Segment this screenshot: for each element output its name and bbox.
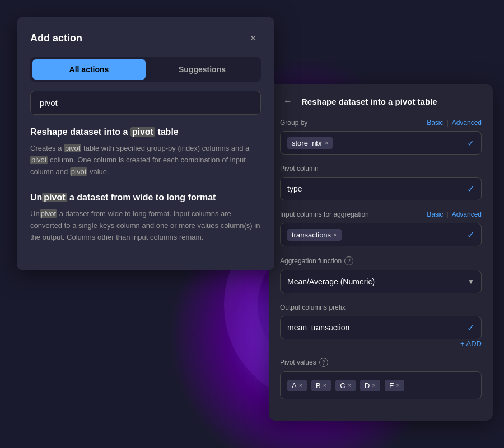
tag-value-d[interactable]: D × (360, 380, 380, 391)
result-desc-pivot: Creates a pivot table with specified gro… (30, 143, 261, 178)
basic-advanced-group-by: Basic | Advanced (427, 119, 482, 127)
tag-remove-e[interactable]: × (396, 382, 400, 389)
panel-header: ← Reshape dataset into a pivot table (280, 95, 482, 108)
pivot-column-value: type (287, 184, 467, 193)
add-btn-row: + ADD (280, 339, 482, 348)
tag-value-b[interactable]: B × (311, 380, 331, 391)
divider-group-by: | (447, 119, 449, 127)
tag-store-nbr[interactable]: store_nbr × (287, 137, 333, 149)
add-button[interactable]: + ADD (460, 339, 482, 348)
basic-advanced-input-columns: Basic | Advanced (427, 211, 482, 218)
label-row-aggregation: Aggregation function ? (280, 256, 482, 265)
tab-all-actions[interactable]: All actions (32, 59, 146, 80)
pivot-values-field[interactable]: A × B × C × D × E × (280, 371, 482, 399)
label-row-input-columns: Input columns for aggregation Basic | Ad… (280, 211, 482, 218)
tag-label-a: A (292, 381, 297, 390)
check-icon-input-columns: ✓ (467, 230, 474, 240)
check-icon-pivot-column: ✓ (467, 184, 474, 194)
label-group-by: Group by (280, 119, 307, 127)
label-row-output-prefix: Output columns prefix (280, 304, 482, 311)
pivot-column-field[interactable]: type ✓ (280, 177, 482, 200)
tab-suggestions[interactable]: Suggestions (146, 59, 259, 80)
close-button[interactable]: × (245, 30, 261, 46)
tag-remove-store-nbr[interactable]: × (325, 139, 328, 146)
reshape-panel: ← Reshape dataset into a pivot table Gro… (269, 84, 493, 421)
divider-input-columns: | (447, 211, 449, 218)
tag-label-c: C (340, 381, 345, 390)
advanced-link-group-by[interactable]: Advanced (452, 119, 482, 127)
tag-label-e: E (389, 381, 394, 390)
highlight-unpivot-2: pivot (40, 209, 57, 218)
tag-remove-d[interactable]: × (372, 382, 375, 389)
result-desc-unpivot: Unpivot a dataset from wide to long form… (30, 208, 261, 243)
section-pivot-values: Pivot values ? A × B × C × D × E (280, 358, 482, 399)
tag-label-transactions: transactions (292, 231, 331, 239)
highlight-unpivot-1: pivot (42, 193, 67, 202)
label-row-group-by: Group by Basic | Advanced (280, 119, 482, 127)
section-output-prefix: Output columns prefix mean_transaction ✓… (280, 304, 482, 348)
highlight-pivot-3: pivot (30, 156, 48, 164)
advanced-link-input-columns[interactable]: Advanced (452, 211, 482, 218)
tag-value-e[interactable]: E × (385, 380, 404, 391)
dropdown-arrow-aggregation: ▼ (468, 278, 474, 286)
group-by-field[interactable]: store_nbr × ✓ (280, 131, 482, 155)
tag-label-d: D (365, 381, 370, 390)
label-aggregation: Aggregation function (280, 257, 342, 265)
add-action-modal: Add action × All actions Suggestions Res… (17, 17, 274, 270)
label-pivot-column: Pivot column (280, 165, 319, 172)
tag-remove-b[interactable]: × (323, 382, 326, 389)
search-input[interactable] (30, 91, 261, 115)
modal-title: Add action (30, 32, 82, 44)
back-button[interactable]: ← (280, 95, 296, 108)
tag-value-c[interactable]: C × (335, 380, 356, 391)
check-icon-group-by: ✓ (467, 138, 474, 148)
info-icon-pivot-values[interactable]: ? (319, 358, 328, 367)
tag-transactions[interactable]: transactions × (287, 229, 342, 241)
section-group-by: Group by Basic | Advanced store_nbr × ✓ (280, 119, 482, 155)
section-aggregation-function: Aggregation function ? Mean/Average (Num… (280, 256, 482, 293)
section-pivot-column: Pivot column type ✓ (280, 165, 482, 200)
label-input-columns: Input columns for aggregation (280, 211, 369, 218)
tag-remove-c[interactable]: × (348, 382, 351, 389)
tag-label-b: B (316, 381, 321, 390)
label-output-prefix: Output columns prefix (280, 304, 346, 311)
section-input-columns: Input columns for aggregation Basic | Ad… (280, 211, 482, 246)
info-icon-aggregation[interactable]: ? (344, 256, 353, 265)
check-icon-output-prefix: ✓ (467, 323, 474, 333)
result-item-pivot[interactable]: Reshape dataset into a pivot table Creat… (30, 126, 261, 178)
tabs-container: All actions Suggestions (30, 57, 261, 82)
label-row-pivot-values: Pivot values ? (280, 358, 482, 367)
tag-value-a[interactable]: A × (287, 380, 307, 391)
output-prefix-field[interactable]: mean_transaction ✓ (280, 316, 482, 339)
aggregation-value: Mean/Average (Numeric) (287, 277, 468, 286)
basic-link-input-columns[interactable]: Basic (427, 211, 443, 218)
highlight-pivot-2: pivot (64, 144, 81, 152)
label-pivot-values: Pivot values (280, 358, 316, 366)
result-item-unpivot[interactable]: Unpivot a dataset from wide to long form… (30, 192, 261, 244)
input-columns-field[interactable]: transactions × ✓ (280, 223, 482, 246)
result-title-pivot: Reshape dataset into a pivot table (30, 126, 261, 138)
highlight-pivot-4: pivot (70, 167, 87, 176)
tag-remove-transactions[interactable]: × (333, 231, 337, 238)
panel-title: Reshape dataset into a pivot table (301, 97, 437, 106)
highlight-pivot-1: pivot (130, 127, 155, 137)
aggregation-select[interactable]: Mean/Average (Numeric) ▼ (280, 270, 482, 293)
result-title-unpivot: Unpivot a dataset from wide to long form… (30, 192, 261, 204)
modal-header: Add action × (30, 30, 261, 46)
basic-link-group-by[interactable]: Basic (427, 119, 443, 127)
tag-remove-a[interactable]: × (299, 382, 302, 389)
label-row-pivot-column: Pivot column (280, 165, 482, 172)
tag-label-store-nbr: store_nbr (292, 139, 323, 147)
output-prefix-value: mean_transaction (287, 323, 467, 332)
